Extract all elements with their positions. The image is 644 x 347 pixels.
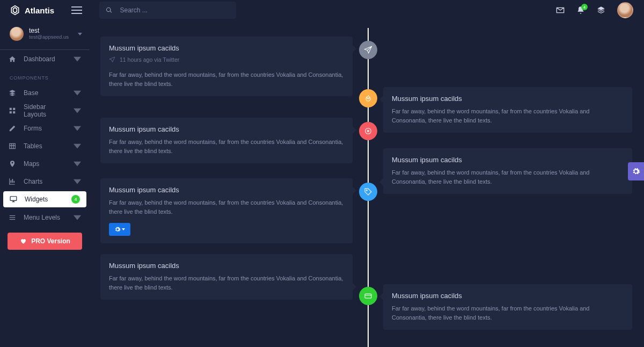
timeline-card: Mussum ipsum cacilds Far far away, behin… xyxy=(383,284,632,330)
timeline-node-tag xyxy=(359,183,377,201)
search-box[interactable] xyxy=(99,2,236,19)
caret-down-icon xyxy=(74,55,81,63)
notifications-icon[interactable]: 4 xyxy=(576,6,585,15)
brand[interactable]: Atlantis xyxy=(0,0,90,20)
sidebar-user-name: test xyxy=(29,27,69,35)
timeline-node-card xyxy=(359,287,377,305)
sidebar-item-label: Dashboard xyxy=(24,55,55,63)
caret-down-icon xyxy=(74,178,81,185)
card-body: Far far away, behind the word mountains,… xyxy=(392,304,624,322)
chart-icon xyxy=(9,178,16,185)
timeline-card: Mussum ipsum cacilds Far far away, behin… xyxy=(100,118,353,163)
caret-down-icon xyxy=(74,107,81,114)
search-input[interactable] xyxy=(119,6,230,15)
sidebar-item-tables[interactable]: Tables xyxy=(0,137,90,155)
paper-plane-icon xyxy=(364,46,372,54)
sidebar-item-layouts[interactable]: Sidebar Layouts xyxy=(0,102,90,119)
grid-icon xyxy=(9,107,16,114)
paper-plane-icon xyxy=(109,56,115,63)
sidebar-item-charts[interactable]: Charts xyxy=(0,172,90,190)
card-body: Far far away, behind the word mountains,… xyxy=(109,274,344,292)
table-icon xyxy=(9,142,16,150)
caret-down-icon xyxy=(122,228,125,230)
timeline-node-close xyxy=(359,122,377,140)
sidebar-item-label: Maps xyxy=(24,160,39,168)
widgets-badge: 4 xyxy=(71,195,80,204)
timeline-card: Mussum ipsum cacilds Far far away, behin… xyxy=(383,148,632,194)
caret-down-icon xyxy=(78,33,82,35)
sidebar-item-label: Tables xyxy=(24,142,42,150)
theme-settings-button[interactable] xyxy=(628,162,644,180)
pro-version-button[interactable]: PRO Version xyxy=(8,233,82,250)
app-header: Atlantis 4 xyxy=(0,0,644,20)
desktop-icon xyxy=(10,196,17,203)
card-settings-button[interactable] xyxy=(109,223,130,236)
svg-rect-10 xyxy=(10,217,16,218)
caret-down-icon xyxy=(74,89,81,97)
search-icon xyxy=(106,6,112,14)
sidebar-item-base[interactable]: Base xyxy=(0,84,90,102)
pro-version-label: PRO Version xyxy=(31,237,70,245)
card-title: Mussum ipsum cacilds xyxy=(109,125,344,133)
svg-rect-8 xyxy=(10,197,17,201)
card-body: Far far away, behind the word mountains,… xyxy=(392,107,624,125)
svg-rect-7 xyxy=(10,143,16,148)
sidebar-item-forms[interactable]: Forms xyxy=(0,119,90,137)
card-pointer xyxy=(379,293,383,300)
caret-down-icon xyxy=(74,125,81,132)
timeline-node-send xyxy=(359,41,377,59)
card-title: Mussum ipsum cacilds xyxy=(109,262,344,270)
svg-rect-3 xyxy=(10,107,12,110)
card-body: Far far away, behind the word mountains,… xyxy=(109,198,344,216)
menu-icon xyxy=(9,214,16,221)
timeline-card: Mussum ipsum cacilds 11 hours ago via Tw… xyxy=(100,37,353,96)
svg-rect-2 xyxy=(71,13,82,14)
layers-icon[interactable] xyxy=(597,6,605,15)
card-pointer xyxy=(353,283,356,291)
gear-icon xyxy=(114,226,121,233)
sidebar: test test@appseed.us Dashboard COMPONENT… xyxy=(0,20,90,347)
main-content: Mussum ipsum cacilds 11 hours ago via Tw… xyxy=(90,20,644,347)
sidebar-section-components: COMPONENTS xyxy=(0,68,90,84)
tag-icon xyxy=(364,187,372,196)
card-pointer xyxy=(353,126,356,134)
sidebar-user-avatar xyxy=(10,27,24,41)
sidebar-item-dashboard[interactable]: Dashboard xyxy=(0,50,90,68)
svg-rect-14 xyxy=(365,294,371,298)
sidebar-user-email: test@appseed.us xyxy=(29,34,69,40)
caret-down-icon xyxy=(74,142,81,150)
timeline-card: Mussum ipsum cacilds Far far away, behin… xyxy=(100,178,353,243)
card-pointer xyxy=(353,187,356,194)
timeline-card: Mussum ipsum cacilds Far far away, behin… xyxy=(383,87,632,133)
sidebar-user[interactable]: test test@appseed.us xyxy=(0,20,90,50)
header-actions: 4 xyxy=(556,0,644,20)
svg-rect-4 xyxy=(13,107,15,110)
card-pointer xyxy=(353,45,356,53)
card-pointer xyxy=(379,178,383,186)
logo-icon xyxy=(10,5,20,16)
sidebar-item-maps[interactable]: Maps xyxy=(0,155,90,172)
sidebar-item-label: Sidebar Layouts xyxy=(24,103,66,118)
user-avatar[interactable] xyxy=(617,2,633,18)
sidebar-item-menulevels[interactable]: Menu Levels xyxy=(0,208,90,226)
sidebar-item-label: Base xyxy=(24,89,38,97)
menu-toggle-icon[interactable] xyxy=(71,6,82,14)
card-body: Far far away, behind the word mountains,… xyxy=(109,70,344,89)
card-title: Mussum ipsum cacilds xyxy=(392,156,624,164)
home-icon xyxy=(9,55,16,63)
gear-icon xyxy=(632,167,640,176)
svg-rect-6 xyxy=(13,111,15,113)
sidebar-item-label: Charts xyxy=(24,178,42,185)
timeline-card: Mussum ipsum cacilds Far far away, behin… xyxy=(100,254,353,300)
card-title: Mussum ipsum cacilds xyxy=(109,44,344,52)
timeline-node-fire xyxy=(359,89,377,107)
card-title: Mussum ipsum cacilds xyxy=(109,186,344,194)
messages-icon[interactable] xyxy=(556,6,565,15)
card-title: Mussum ipsum cacilds xyxy=(392,292,624,300)
svg-rect-11 xyxy=(10,219,16,219)
sidebar-item-widgets[interactable]: Widgets 4 xyxy=(3,191,86,207)
caret-down-icon xyxy=(74,214,81,221)
brand-name: Atlantis xyxy=(25,6,54,15)
card-meta: 11 hours ago via Twitter xyxy=(109,56,344,63)
layers-icon xyxy=(9,89,16,97)
